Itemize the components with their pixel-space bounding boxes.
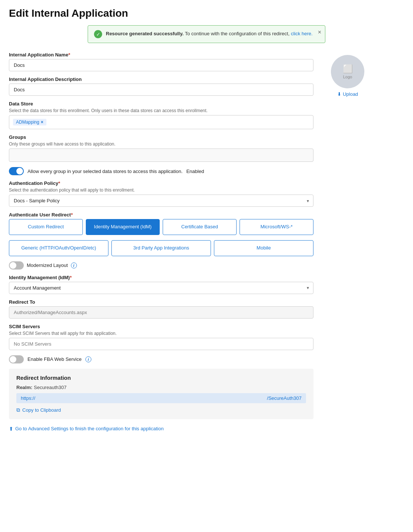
redirect-info-box: Redirect Information Realm: Secureauth30… xyxy=(9,369,313,419)
toggle-label: Allow every group in your selected data … xyxy=(27,169,183,174)
data-store-hint: Select the data stores for this enrollme… xyxy=(9,108,313,113)
url-start: https:// xyxy=(21,395,35,401)
app-name-input[interactable] xyxy=(9,59,313,71)
data-store-tag: ADMapping × xyxy=(13,119,46,125)
app-name-group: Internal Application Name* xyxy=(9,52,313,71)
data-store-input[interactable]: ADMapping × xyxy=(9,115,313,129)
toggle-state: Enabled xyxy=(186,169,204,174)
success-banner: ✓ Resource generated successfully. To co… xyxy=(88,25,325,43)
camera-icon: ⬜ xyxy=(343,64,353,74)
app-desc-label: Internal Application Description xyxy=(9,76,313,82)
logo-box: ⬜ Logo xyxy=(331,55,364,88)
copy-icon: ⧉ xyxy=(16,407,20,413)
redirect-btn-thirdparty[interactable]: 3rd Party App Integrations xyxy=(111,240,211,256)
realm-label: Realm: xyxy=(16,385,32,390)
idm-select[interactable]: Account Management xyxy=(9,282,313,294)
redirect-to-label: Redirect To xyxy=(9,299,313,305)
auth-policy-label: Authentication Policy* xyxy=(9,180,313,186)
toggle-row: Allow every group in your selected data … xyxy=(9,167,313,175)
scim-label: SCIM Servers xyxy=(9,324,313,329)
realm-row: Realm: Secureauth307 xyxy=(16,385,306,390)
banner-close-button[interactable]: × xyxy=(318,29,321,35)
groups-input[interactable] xyxy=(9,148,313,162)
form-sidebar: ⬜ Logo ⬇ Upload xyxy=(325,55,370,419)
copy-label: Copy to Clipboard xyxy=(22,407,61,413)
redirect-to-input[interactable] xyxy=(9,306,313,319)
fba-toggle[interactable] xyxy=(9,355,24,363)
groups-hint: Only these groups will have access to th… xyxy=(9,141,313,147)
app-desc-input[interactable] xyxy=(9,84,313,96)
modernized-toggle[interactable] xyxy=(9,261,24,270)
url-end: /SecureAuth307 xyxy=(267,395,302,401)
success-link[interactable]: click here. xyxy=(291,31,313,36)
redirect-btn-cert[interactable]: Certificate Based xyxy=(163,219,237,235)
footer-arrow-icon: ⬆ xyxy=(9,426,13,432)
upload-label: Upload xyxy=(343,91,358,97)
success-bold: Resource generated successfully. xyxy=(106,31,183,36)
data-store-group: Data Store Select the data stores for th… xyxy=(9,101,313,129)
allow-groups-toggle[interactable] xyxy=(9,167,24,175)
modernized-info-icon[interactable]: i xyxy=(71,262,77,268)
redirect-grid-row1: Custom Redirect Identity Management (IdM… xyxy=(9,219,313,235)
scim-hint: Select SCIM Servers that will apply for … xyxy=(9,331,313,336)
fba-label: Enable FBA Web Service xyxy=(27,356,82,362)
groups-group: Groups Only these groups will have acces… xyxy=(9,134,313,162)
auth-policy-select-wrapper: Docs - Sample Policy xyxy=(9,195,313,207)
auth-redirect-label: Authenticate User Redirect* xyxy=(9,212,313,218)
redirect-grid-row2: Generic (HTTP/OAuth/OpenID/etc) 3rd Part… xyxy=(9,240,313,256)
upload-button[interactable]: ⬇ Upload xyxy=(337,91,358,97)
upload-arrow-icon: ⬇ xyxy=(337,91,341,97)
redirect-btn-generic[interactable]: Generic (HTTP/OAuth/OpenID/etc) xyxy=(9,240,108,256)
footer-link[interactable]: ⬆ Go to Advanced Settings to finish the … xyxy=(9,426,404,432)
app-desc-group: Internal Application Description xyxy=(9,76,313,96)
groups-label: Groups xyxy=(9,134,313,140)
redirect-btn-ms[interactable]: Microsoft/WS-* xyxy=(240,219,313,235)
redirect-btn-mobile[interactable]: Mobile xyxy=(214,240,313,256)
auth-policy-hint: Select the authentication policy that wi… xyxy=(9,187,313,193)
remove-tag-button[interactable]: × xyxy=(41,120,43,125)
idm-label: Identity Management (IdM)* xyxy=(9,275,313,280)
scim-input[interactable] xyxy=(9,338,313,350)
form-section: Internal Application Name* Internal Appl… xyxy=(9,52,404,419)
redirect-btn-custom[interactable]: Custom Redirect xyxy=(9,219,83,235)
redirect-info-title: Redirect Information xyxy=(16,375,306,381)
modernized-label: Modernized Layout xyxy=(27,262,68,268)
idm-select-wrapper: Account Management xyxy=(9,282,313,294)
modernized-row: Modernized Layout i xyxy=(9,261,313,270)
fba-info-icon[interactable]: i xyxy=(85,356,91,362)
logo-label: Logo xyxy=(343,75,352,79)
auth-policy-select[interactable]: Docs - Sample Policy xyxy=(9,195,313,207)
realm-value: Secureauth307 xyxy=(34,385,66,390)
fba-row: Enable FBA Web Service i xyxy=(9,355,313,363)
redirect-btn-idm[interactable]: Identity Management (IdM) xyxy=(86,219,160,235)
success-normal: To continue with the configuration of th… xyxy=(185,31,290,36)
auth-policy-group: Authentication Policy* Select the authen… xyxy=(9,180,313,207)
idm-group: Identity Management (IdM)* Account Manag… xyxy=(9,275,313,294)
copy-clipboard-button[interactable]: ⧉ Copy to Clipboard xyxy=(16,407,306,413)
auth-redirect-group: Authenticate User Redirect* Custom Redir… xyxy=(9,212,313,256)
data-store-label: Data Store xyxy=(9,101,313,107)
redirect-to-group: Redirect To xyxy=(9,299,313,319)
footer-link-text: Go to Advanced Settings to finish the co… xyxy=(15,426,164,431)
success-icon: ✓ xyxy=(94,30,102,38)
scim-group: SCIM Servers Select SCIM Servers that wi… xyxy=(9,324,313,350)
app-name-label: Internal Application Name* xyxy=(9,52,313,58)
redirect-url-box: https:// /SecureAuth307 xyxy=(16,393,306,403)
form-main: Internal Application Name* Internal Appl… xyxy=(9,52,313,419)
page-title: Edit Internal Application xyxy=(9,7,404,19)
success-text: Resource generated successfully. To cont… xyxy=(106,30,313,37)
